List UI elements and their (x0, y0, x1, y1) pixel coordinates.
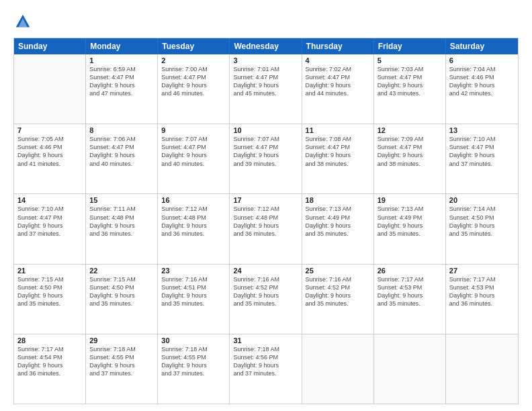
calendar-week-1: 1Sunrise: 6:59 AM Sunset: 4:47 PM Daylig… (14, 54, 518, 124)
cell-info: Sunrise: 7:10 AM Sunset: 4:47 PM Dayligh… (449, 135, 515, 168)
day-number: 23 (161, 267, 226, 275)
day-number: 5 (378, 56, 442, 64)
table-row: 26Sunrise: 7:17 AM Sunset: 4:53 PM Dayli… (374, 265, 446, 334)
header-day-friday: Friday (374, 38, 446, 54)
table-row: 2Sunrise: 7:00 AM Sunset: 4:47 PM Daylig… (158, 54, 230, 124)
cell-info: Sunrise: 7:15 AM Sunset: 4:50 PM Dayligh… (89, 275, 154, 308)
table-row (446, 334, 518, 404)
header (13, 12, 519, 31)
calendar-body: 1Sunrise: 6:59 AM Sunset: 4:47 PM Daylig… (14, 54, 518, 404)
table-row: 10Sunrise: 7:07 AM Sunset: 4:47 PM Dayli… (230, 124, 302, 193)
cell-info: Sunrise: 7:13 AM Sunset: 4:49 PM Dayligh… (378, 205, 442, 238)
cell-info: Sunrise: 7:07 AM Sunset: 4:47 PM Dayligh… (233, 135, 298, 168)
day-number: 3 (233, 56, 298, 64)
day-number: 12 (378, 126, 442, 134)
cell-info: Sunrise: 7:16 AM Sunset: 4:52 PM Dayligh… (306, 275, 370, 308)
cell-info: Sunrise: 7:11 AM Sunset: 4:48 PM Dayligh… (89, 205, 154, 238)
cell-info: Sunrise: 7:04 AM Sunset: 4:46 PM Dayligh… (449, 65, 515, 98)
calendar-week-2: 7Sunrise: 7:05 AM Sunset: 4:46 PM Daylig… (14, 124, 518, 194)
cell-info: Sunrise: 6:59 AM Sunset: 4:47 PM Dayligh… (89, 65, 154, 98)
table-row: 5Sunrise: 7:03 AM Sunset: 4:47 PM Daylig… (374, 54, 446, 124)
header-day-sunday: Sunday (14, 38, 86, 54)
day-number: 11 (306, 126, 370, 134)
table-row: 29Sunrise: 7:18 AM Sunset: 4:55 PM Dayli… (86, 334, 158, 404)
cell-info: Sunrise: 7:12 AM Sunset: 4:48 PM Dayligh… (233, 205, 298, 238)
cell-info: Sunrise: 7:03 AM Sunset: 4:47 PM Dayligh… (378, 65, 442, 98)
table-row: 11Sunrise: 7:08 AM Sunset: 4:47 PM Dayli… (302, 124, 374, 193)
table-row: 21Sunrise: 7:15 AM Sunset: 4:50 PM Dayli… (14, 265, 86, 334)
day-number: 16 (161, 196, 226, 204)
calendar-week-5: 28Sunrise: 7:17 AM Sunset: 4:54 PM Dayli… (14, 334, 518, 404)
day-number: 1 (89, 56, 154, 64)
table-row: 12Sunrise: 7:09 AM Sunset: 4:47 PM Dayli… (374, 124, 446, 193)
day-number: 25 (306, 267, 370, 275)
cell-info: Sunrise: 7:17 AM Sunset: 4:53 PM Dayligh… (449, 275, 515, 308)
calendar-header: SundayMondayTuesdayWednesdayThursdayFrid… (14, 38, 518, 54)
day-number: 31 (233, 336, 298, 345)
table-row: 23Sunrise: 7:16 AM Sunset: 4:51 PM Dayli… (158, 265, 230, 334)
logo (13, 12, 35, 31)
day-number: 29 (89, 336, 154, 345)
cell-info: Sunrise: 7:07 AM Sunset: 4:47 PM Dayligh… (161, 135, 226, 168)
day-number: 4 (306, 56, 370, 64)
table-row: 30Sunrise: 7:18 AM Sunset: 4:55 PM Dayli… (158, 334, 230, 404)
table-row: 8Sunrise: 7:06 AM Sunset: 4:47 PM Daylig… (86, 124, 158, 193)
table-row: 15Sunrise: 7:11 AM Sunset: 4:48 PM Dayli… (86, 194, 158, 263)
table-row: 1Sunrise: 6:59 AM Sunset: 4:47 PM Daylig… (86, 54, 158, 124)
table-row: 27Sunrise: 7:17 AM Sunset: 4:53 PM Dayli… (446, 265, 518, 334)
table-row: 20Sunrise: 7:14 AM Sunset: 4:50 PM Dayli… (446, 194, 518, 263)
day-number: 13 (449, 126, 515, 134)
day-number: 24 (233, 267, 298, 275)
table-row (302, 334, 374, 404)
table-row: 13Sunrise: 7:10 AM Sunset: 4:47 PM Dayli… (446, 124, 518, 193)
table-row: 31Sunrise: 7:18 AM Sunset: 4:56 PM Dayli… (230, 334, 302, 404)
table-row: 17Sunrise: 7:12 AM Sunset: 4:48 PM Dayli… (230, 194, 302, 263)
day-number: 27 (449, 267, 515, 275)
cell-info: Sunrise: 7:18 AM Sunset: 4:56 PM Dayligh… (233, 345, 298, 378)
calendar: SundayMondayTuesdayWednesdayThursdayFrid… (13, 38, 519, 404)
day-number: 10 (233, 126, 298, 134)
header-day-thursday: Thursday (302, 38, 374, 54)
day-number: 30 (161, 336, 226, 345)
page: SundayMondayTuesdayWednesdayThursdayFrid… (0, 0, 532, 411)
day-number: 17 (233, 196, 298, 204)
calendar-week-4: 21Sunrise: 7:15 AM Sunset: 4:50 PM Dayli… (14, 265, 518, 334)
cell-info: Sunrise: 7:09 AM Sunset: 4:47 PM Dayligh… (378, 135, 442, 168)
cell-info: Sunrise: 7:00 AM Sunset: 4:47 PM Dayligh… (161, 65, 226, 98)
cell-info: Sunrise: 7:17 AM Sunset: 4:54 PM Dayligh… (17, 345, 82, 378)
table-row (14, 54, 86, 124)
day-number: 2 (161, 56, 226, 64)
cell-info: Sunrise: 7:15 AM Sunset: 4:50 PM Dayligh… (17, 275, 82, 308)
logo-icon (13, 12, 32, 31)
day-number: 7 (17, 126, 82, 134)
table-row: 9Sunrise: 7:07 AM Sunset: 4:47 PM Daylig… (158, 124, 230, 193)
day-number: 19 (378, 196, 442, 204)
header-day-tuesday: Tuesday (158, 38, 230, 54)
table-row: 3Sunrise: 7:01 AM Sunset: 4:47 PM Daylig… (230, 54, 302, 124)
day-number: 18 (306, 196, 370, 204)
table-row: 25Sunrise: 7:16 AM Sunset: 4:52 PM Dayli… (302, 265, 374, 334)
table-row: 6Sunrise: 7:04 AM Sunset: 4:46 PM Daylig… (446, 54, 518, 124)
cell-info: Sunrise: 7:01 AM Sunset: 4:47 PM Dayligh… (233, 65, 298, 98)
day-number: 9 (161, 126, 226, 134)
cell-info: Sunrise: 7:13 AM Sunset: 4:49 PM Dayligh… (306, 205, 370, 238)
cell-info: Sunrise: 7:02 AM Sunset: 4:47 PM Dayligh… (306, 65, 370, 98)
calendar-week-3: 14Sunrise: 7:10 AM Sunset: 4:47 PM Dayli… (14, 194, 518, 264)
table-row: 28Sunrise: 7:17 AM Sunset: 4:54 PM Dayli… (14, 334, 86, 404)
table-row: 7Sunrise: 7:05 AM Sunset: 4:46 PM Daylig… (14, 124, 86, 193)
cell-info: Sunrise: 7:06 AM Sunset: 4:47 PM Dayligh… (89, 135, 154, 168)
cell-info: Sunrise: 7:10 AM Sunset: 4:47 PM Dayligh… (17, 205, 82, 238)
day-number: 26 (378, 267, 442, 275)
cell-info: Sunrise: 7:05 AM Sunset: 4:46 PM Dayligh… (17, 135, 82, 168)
cell-info: Sunrise: 7:18 AM Sunset: 4:55 PM Dayligh… (161, 345, 226, 378)
day-number: 28 (17, 336, 82, 345)
table-row (374, 334, 446, 404)
table-row: 19Sunrise: 7:13 AM Sunset: 4:49 PM Dayli… (374, 194, 446, 263)
cell-info: Sunrise: 7:17 AM Sunset: 4:53 PM Dayligh… (378, 275, 442, 308)
table-row: 22Sunrise: 7:15 AM Sunset: 4:50 PM Dayli… (86, 265, 158, 334)
cell-info: Sunrise: 7:08 AM Sunset: 4:47 PM Dayligh… (306, 135, 370, 168)
cell-info: Sunrise: 7:18 AM Sunset: 4:55 PM Dayligh… (89, 345, 154, 378)
table-row: 4Sunrise: 7:02 AM Sunset: 4:47 PM Daylig… (302, 54, 374, 124)
table-row: 14Sunrise: 7:10 AM Sunset: 4:47 PM Dayli… (14, 194, 86, 263)
cell-info: Sunrise: 7:12 AM Sunset: 4:48 PM Dayligh… (161, 205, 226, 238)
